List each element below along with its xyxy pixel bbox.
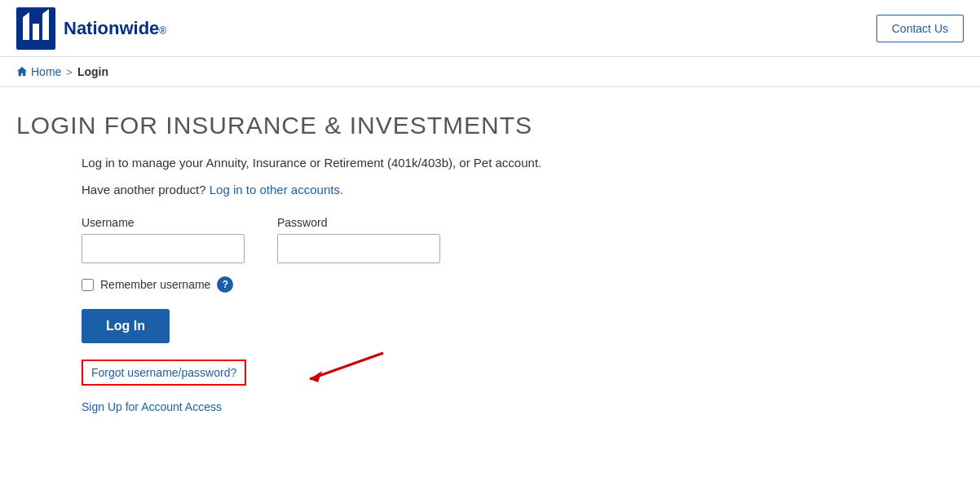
forgot-link[interactable]: Forgot username/password? (82, 360, 246, 386)
breadcrumb-current: Login (77, 65, 108, 78)
forgot-link-area: Forgot username/password? (82, 360, 246, 386)
remember-username-label: Remember username (100, 278, 210, 291)
breadcrumb-home-link[interactable]: Home (16, 65, 61, 78)
svg-rect-1 (23, 17, 29, 40)
other-accounts-line: Have another product? Log in to other ac… (82, 183, 964, 196)
svg-rect-3 (42, 14, 49, 40)
description-text: Log in to manage your Annuity, Insurance… (82, 156, 964, 170)
breadcrumb: Home > Login (0, 57, 980, 87)
username-label: Username (82, 216, 245, 229)
svg-marker-7 (310, 371, 322, 382)
home-icon (16, 66, 28, 77)
other-accounts-link[interactable]: Log in to other accounts. (210, 183, 343, 196)
login-button[interactable]: Log In (82, 309, 170, 343)
header: Nationwide® Contact Us (0, 0, 980, 57)
breadcrumb-separator: > (66, 66, 73, 78)
username-input[interactable] (82, 234, 245, 263)
remember-username-checkbox[interactable] (82, 279, 94, 291)
svg-rect-2 (33, 24, 39, 40)
logo-area: Nationwide® (16, 7, 166, 50)
username-field-group: Username (82, 216, 245, 263)
main-content: Log in to manage your Annuity, Insurance… (0, 156, 980, 446)
page-title: LOGIN FOR INSURANCE & INVESTMENTS (0, 87, 980, 156)
nationwide-logo-icon (16, 7, 55, 50)
password-field-group: Password (277, 216, 440, 263)
password-label: Password (277, 216, 440, 229)
logo-text: Nationwide® (64, 18, 166, 39)
signup-link[interactable]: Sign Up for Account Access (82, 400, 964, 413)
remember-username-help-icon[interactable]: ? (217, 276, 233, 293)
contact-us-button[interactable]: Contact Us (876, 15, 964, 42)
svg-line-6 (310, 353, 383, 379)
red-arrow-annotation (294, 345, 391, 394)
form-row: Username Password (82, 216, 964, 263)
remember-username-row: Remember username ? (82, 276, 964, 293)
password-input[interactable] (277, 234, 440, 263)
